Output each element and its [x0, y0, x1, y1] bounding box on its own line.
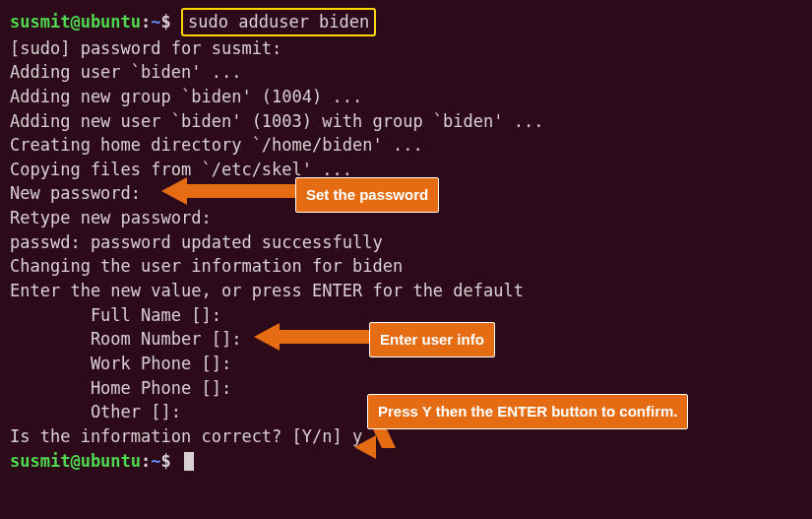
prompt-userhost: susmit@ubuntu: [10, 451, 141, 471]
output-line: Enter the new value, or press ENTER for …: [10, 279, 802, 303]
prompt-colon: :: [141, 12, 151, 32]
prompt-dollar: $: [161, 451, 171, 471]
cursor: [184, 452, 194, 471]
prompt-line-2[interactable]: susmit@ubuntu:~$: [10, 449, 802, 474]
output-line: Creating home directory `/home/biden' ..…: [10, 133, 802, 158]
command-highlight: sudo adduser biden: [181, 8, 376, 36]
prompt-line-1[interactable]: susmit@ubuntu:~$ sudo adduser biden: [10, 8, 802, 36]
callout-confirm: Press Y then the ENTER button to confirm…: [367, 394, 688, 429]
prompt-colon: :: [141, 451, 151, 471]
output-line: Adding user `biden' ...: [10, 60, 802, 85]
output-line: Adding new user `biden' (1003) with grou…: [10, 109, 802, 134]
prompt-dollar: $: [161, 12, 171, 32]
output-line: Adding new group `biden' (1004) ...: [10, 85, 802, 109]
output-line: passwd: password updated successfully: [10, 230, 802, 255]
callout-enter-user-info: Enter user info: [369, 322, 495, 357]
callout-set-password: Set the password: [295, 177, 439, 213]
output-line: Changing the user information for biden: [10, 254, 802, 279]
prompt-tilde: ~: [151, 451, 160, 471]
prompt-userhost: susmit@ubuntu: [10, 12, 141, 32]
command-text: sudo adduser biden: [188, 12, 369, 32]
prompt-tilde: ~: [151, 12, 160, 32]
output-line: [sudo] password for susmit:: [10, 36, 802, 61]
